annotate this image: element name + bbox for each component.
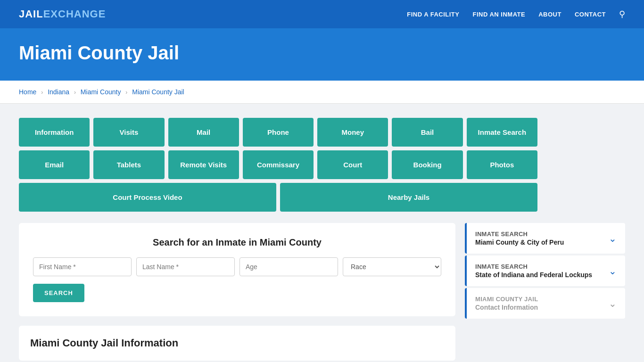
btn-inmate-search[interactable]: Inmate Search <box>467 118 537 147</box>
nav-find-inmate[interactable]: FIND AN INMATE <box>472 11 525 18</box>
breadcrumb-sep-3: › <box>125 89 127 96</box>
last-name-input[interactable] <box>136 257 235 276</box>
breadcrumb: Home › Indiana › Miami County › Miami Co… <box>0 81 644 104</box>
breadcrumb-sep-2: › <box>74 89 76 96</box>
chevron-down-icon-3: ⌄ <box>609 298 617 309</box>
btn-phone[interactable]: Phone <box>243 118 314 147</box>
info-title: Miami County Jail Information <box>30 337 444 349</box>
sidebar-card-inmate-search-county-subtitle: Miami County & City of Peru <box>475 239 564 246</box>
btn-commissary[interactable]: Commissary <box>243 150 314 179</box>
sidebar-card-inmate-search-county-text: Inmate Search Miami County & City of Per… <box>475 230 564 246</box>
main-nav: FIND A FACILITY FIND AN INMATE ABOUT CON… <box>407 9 625 19</box>
nav-contact[interactable]: CONTACT <box>575 11 606 18</box>
btn-money[interactable]: Money <box>317 118 388 147</box>
sidebar-card-inmate-search-state: Inmate Search State of Indiana and Feder… <box>465 255 625 286</box>
race-select[interactable]: Race White Black Hispanic Asian Other <box>343 257 441 276</box>
search-icon[interactable]: ⚲ <box>619 9 625 19</box>
sidebar-card-inmate-search-county: Inmate Search Miami County & City of Per… <box>465 223 625 254</box>
breadcrumb-miami-county-jail[interactable]: Miami County Jail <box>132 88 184 96</box>
search-title: Search for an Inmate in Miami County <box>33 237 441 248</box>
button-grid: Information Visits Mail Phone Money Bail… <box>19 118 537 212</box>
sidebar-card-contact: Miami County Jail Contact Information ⌄ <box>465 288 625 319</box>
logo-exchange: EXCHANGE <box>43 8 106 20</box>
right-sidebar: Inmate Search Miami County & City of Per… <box>465 223 625 361</box>
main-content: Information Visits Mail Phone Money Bail… <box>0 104 644 362</box>
chevron-down-icon-1: ⌄ <box>609 233 617 244</box>
btn-email[interactable]: Email <box>19 150 90 179</box>
sidebar-card-inmate-search-county-inner[interactable]: Inmate Search Miami County & City of Per… <box>467 223 625 254</box>
search-button[interactable]: SEARCH <box>33 284 84 302</box>
header: JAILEXCHANGE FIND A FACILITY FIND AN INM… <box>0 0 644 28</box>
logo[interactable]: JAILEXCHANGE <box>19 8 106 20</box>
page-title: Miami County Jail <box>19 42 625 64</box>
btn-court[interactable]: Court <box>317 150 388 179</box>
btn-bail[interactable]: Bail <box>392 118 462 147</box>
sidebar-card-inmate-search-county-label: Inmate Search <box>475 230 564 238</box>
sidebar-card-inmate-search-state-text: Inmate Search State of Indiana and Feder… <box>475 263 592 279</box>
search-fields: Race White Black Hispanic Asian Other <box>33 257 441 276</box>
breadcrumb-indiana[interactable]: Indiana <box>48 88 69 96</box>
chevron-down-icon-2: ⌄ <box>609 265 617 277</box>
hero-section: Miami County Jail <box>0 28 644 81</box>
breadcrumb-sep-1: › <box>41 89 43 96</box>
sidebar-card-contact-label: Miami County Jail <box>475 296 538 303</box>
nav-find-facility[interactable]: FIND A FACILITY <box>407 11 459 18</box>
sidebar-card-contact-inner[interactable]: Miami County Jail Contact Information ⌄ <box>467 288 625 319</box>
left-column: Search for an Inmate in Miami County Rac… <box>19 223 455 361</box>
sidebar-card-contact-text: Miami County Jail Contact Information <box>475 296 538 311</box>
btn-information[interactable]: Information <box>19 118 90 147</box>
breadcrumb-home[interactable]: Home <box>19 88 36 96</box>
content-columns: Search for an Inmate in Miami County Rac… <box>19 223 625 361</box>
btn-nearby-jails[interactable]: Nearby Jails <box>280 183 537 212</box>
search-box: Search for an Inmate in Miami County Rac… <box>19 223 455 316</box>
btn-remote-visits[interactable]: Remote Visits <box>168 150 239 179</box>
logo-jail: JAIL <box>19 8 43 20</box>
info-section: Miami County Jail Information <box>19 326 455 361</box>
btn-court-process-video[interactable]: Court Process Video <box>19 183 276 212</box>
sidebar-card-inmate-search-state-inner[interactable]: Inmate Search State of Indiana and Feder… <box>467 255 625 286</box>
nav-about[interactable]: ABOUT <box>538 11 561 18</box>
first-name-input[interactable] <box>33 257 132 276</box>
sidebar-card-inmate-search-state-subtitle: State of Indiana and Federal Lockups <box>475 271 592 279</box>
sidebar-card-contact-subtitle: Contact Information <box>475 304 538 311</box>
btn-tablets[interactable]: Tablets <box>93 150 164 179</box>
breadcrumb-miami-county[interactable]: Miami County <box>81 88 121 96</box>
btn-visits[interactable]: Visits <box>93 118 164 147</box>
btn-booking[interactable]: Booking <box>392 150 462 179</box>
btn-photos[interactable]: Photos <box>467 150 537 179</box>
sidebar-card-inmate-search-state-label: Inmate Search <box>475 263 592 270</box>
btn-mail[interactable]: Mail <box>168 118 239 147</box>
age-input[interactable] <box>239 257 338 276</box>
